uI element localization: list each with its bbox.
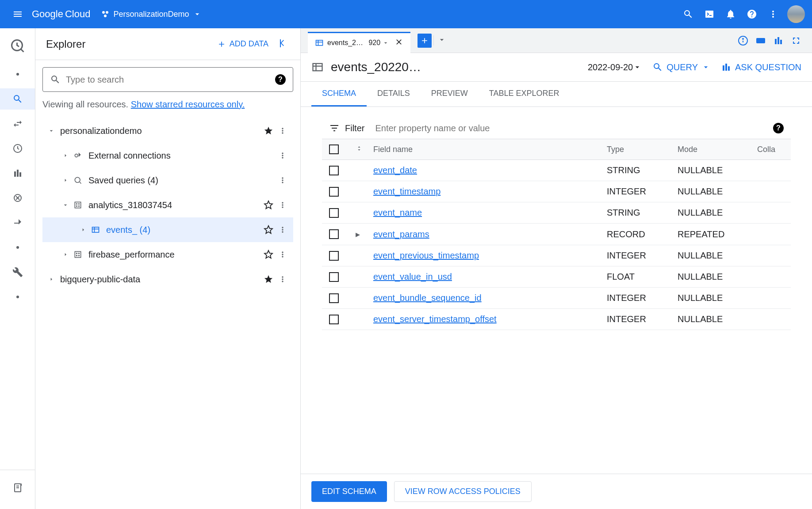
rail-schedule-icon[interactable] xyxy=(7,138,28,159)
svg-rect-40 xyxy=(723,65,724,71)
row-checkbox[interactable] xyxy=(329,208,339,218)
expand-icon[interactable] xyxy=(60,152,71,159)
schema-row: event_server_timestamp_offsetINTEGERNULL… xyxy=(322,309,791,330)
tree-item[interactable]: Saved queries (4) xyxy=(42,168,293,193)
rail-notes-icon[interactable] xyxy=(7,477,28,498)
field-name-link[interactable]: event_bundle_sequence_id xyxy=(373,293,482,303)
date-selector[interactable]: 2022-09-20 xyxy=(588,62,642,72)
field-name-link[interactable]: event_params xyxy=(373,229,429,239)
field-name-link[interactable]: event_date xyxy=(373,165,417,175)
tree-menu-icon[interactable] xyxy=(276,176,290,185)
avatar[interactable] xyxy=(787,5,805,23)
tab-table-explorer[interactable]: TABLE EXPLORER xyxy=(479,82,570,106)
tree-menu-icon[interactable] xyxy=(276,250,290,259)
ask-question-button[interactable]: ASK QUESTION xyxy=(721,62,801,72)
tab-events[interactable]: events_2… 920 xyxy=(308,32,410,53)
add-data-button[interactable]: ADD DATA xyxy=(217,39,268,49)
bigquery-icon[interactable] xyxy=(7,32,28,60)
cloud-shell-icon[interactable] xyxy=(699,4,720,25)
history-icon[interactable] xyxy=(770,32,787,49)
tree-item[interactable]: analytics_318037454 xyxy=(42,193,293,217)
logo[interactable]: Google Cloud xyxy=(32,8,90,20)
svg-rect-14 xyxy=(75,202,80,208)
search-help-icon[interactable]: ? xyxy=(275,74,286,85)
row-checkbox[interactable] xyxy=(329,187,339,197)
link-icon xyxy=(71,151,85,160)
select-all-checkbox[interactable] xyxy=(329,144,339,154)
field-name-link[interactable]: event_previous_timestamp xyxy=(373,251,479,260)
row-checkbox[interactable] xyxy=(329,166,339,175)
field-name-link[interactable]: event_server_timestamp_offset xyxy=(373,314,497,324)
tab-details[interactable]: DETAILS xyxy=(367,82,421,106)
menu-icon[interactable] xyxy=(7,4,28,25)
more-icon[interactable] xyxy=(762,4,784,25)
tab-preview[interactable]: PREVIEW xyxy=(421,82,479,106)
sort-icon[interactable] xyxy=(356,145,373,154)
field-mode: REPEATED xyxy=(678,229,757,239)
expand-icon[interactable] xyxy=(78,226,88,233)
edit-schema-button[interactable]: EDIT SCHEMA xyxy=(311,481,387,502)
tab-add-button[interactable] xyxy=(417,34,432,48)
tree-menu-icon[interactable] xyxy=(276,201,290,209)
rail-biengine-icon[interactable] xyxy=(7,187,28,209)
tab-add-dropdown-icon[interactable] xyxy=(433,35,446,46)
search-box[interactable]: ? xyxy=(42,67,293,92)
tree-item[interactable]: personalizationdemo xyxy=(42,118,293,143)
rail-migration-icon[interactable] xyxy=(7,212,28,233)
tree-item[interactable]: External connections xyxy=(42,143,293,168)
rail-dot-1[interactable] xyxy=(7,64,28,85)
rail-settings-icon[interactable] xyxy=(7,262,28,283)
row-checkbox[interactable] xyxy=(329,229,339,239)
schema-row: event_nameSTRINGNULLABLE xyxy=(322,202,791,224)
filter-input[interactable] xyxy=(375,123,773,133)
tab-close-icon[interactable] xyxy=(395,38,403,48)
field-name-link[interactable]: event_timestamp xyxy=(373,186,440,196)
help-icon[interactable] xyxy=(741,4,762,25)
svg-rect-11 xyxy=(280,39,281,47)
rail-search-icon[interactable] xyxy=(0,88,35,110)
info-icon[interactable] xyxy=(734,32,752,49)
row-checkbox[interactable] xyxy=(329,272,339,282)
expand-icon[interactable] xyxy=(60,177,71,184)
star-icon[interactable] xyxy=(261,250,276,259)
row-checkbox[interactable] xyxy=(329,293,339,303)
rail-capacity-icon[interactable] xyxy=(7,163,28,184)
notifications-icon[interactable] xyxy=(720,4,741,25)
rail-dot-3[interactable] xyxy=(7,286,28,308)
tree-item[interactable]: events_ (4) xyxy=(42,217,293,242)
expand-icon[interactable] xyxy=(60,251,71,258)
row-checkbox[interactable] xyxy=(329,251,339,261)
view-policies-button[interactable]: VIEW ROW ACCESS POLICIES xyxy=(394,481,532,502)
tree-menu-icon[interactable] xyxy=(276,225,290,234)
search-icon[interactable] xyxy=(678,4,699,25)
expand-icon[interactable]: ▸ xyxy=(356,229,363,239)
rail-dot-2[interactable] xyxy=(7,237,28,258)
star-icon[interactable] xyxy=(261,225,276,235)
search-input[interactable] xyxy=(66,75,275,85)
viewing-prefix: Viewing all resources. xyxy=(42,99,131,109)
star-icon[interactable] xyxy=(261,274,276,284)
filter-help-icon[interactable]: ? xyxy=(773,123,784,133)
svg-point-13 xyxy=(75,177,80,182)
collapse-icon[interactable] xyxy=(279,38,290,50)
tree-menu-icon[interactable] xyxy=(276,151,290,160)
project-selector[interactable]: PersonalizationDemo xyxy=(101,10,205,19)
tree-menu-icon[interactable] xyxy=(276,126,290,135)
expand-icon[interactable] xyxy=(46,276,57,283)
tree-menu-icon[interactable] xyxy=(276,275,290,284)
keyboard-icon[interactable] xyxy=(752,32,770,49)
star-icon[interactable] xyxy=(261,126,276,136)
field-name-link[interactable]: event_name xyxy=(373,208,422,217)
tree-item[interactable]: firebase_performance xyxy=(42,242,293,267)
fullscreen-icon[interactable] xyxy=(787,32,805,49)
viewing-link[interactable]: Show starred resources only. xyxy=(131,99,245,109)
query-button[interactable]: QUERY xyxy=(652,62,710,72)
tree-item[interactable]: bigquery-public-data xyxy=(42,267,293,292)
row-checkbox[interactable] xyxy=(329,315,339,324)
expand-icon[interactable] xyxy=(60,201,71,209)
star-icon[interactable] xyxy=(261,200,276,210)
tab-schema[interactable]: SCHEMA xyxy=(311,82,367,106)
field-name-link[interactable]: event_value_in_usd xyxy=(373,272,452,281)
rail-transfer-icon[interactable] xyxy=(7,113,28,134)
expand-icon[interactable] xyxy=(46,127,57,134)
